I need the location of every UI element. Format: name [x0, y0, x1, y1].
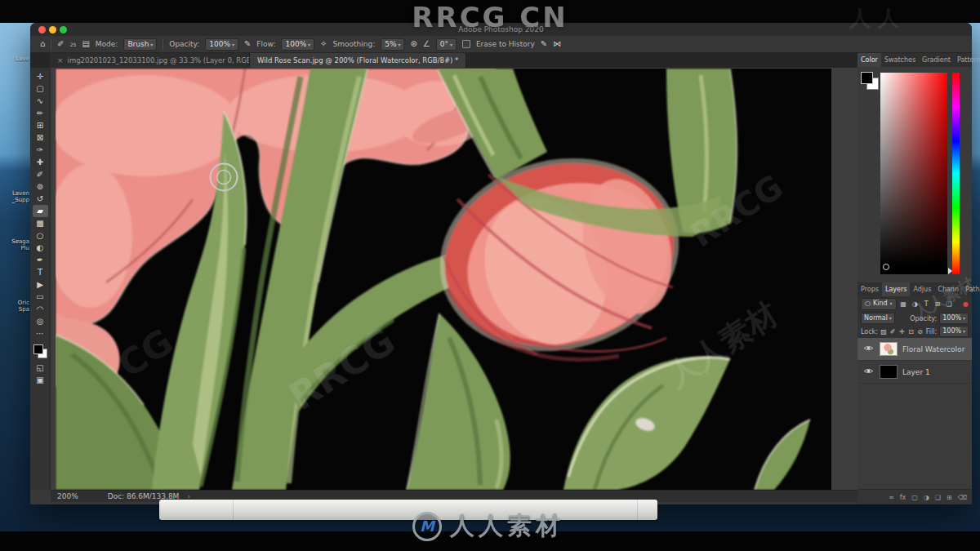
smoothing-gear-icon[interactable]: ⊛ [410, 40, 416, 48]
desktop-icon-label[interactable]: Seaga Plu [0, 238, 29, 251]
filter-pixel-layers-icon[interactable]: ▦ [899, 300, 908, 308]
new-layer-icon[interactable]: ⊞ [947, 494, 952, 501]
lock-pixels-icon[interactable]: ✐ [889, 328, 896, 335]
eyedropper-tool-icon[interactable]: ✑ [33, 144, 48, 156]
panel-dock: Color Swatches Gradient Patterns ≡ Pr [858, 53, 972, 504]
tab-layers[interactable]: Layers [882, 282, 910, 296]
home-icon[interactable]: ⌂ [40, 40, 45, 48]
layer-visibility-eye-icon[interactable] [862, 367, 875, 376]
tab-gradient[interactable]: Gradient [919, 53, 954, 67]
lock-artboard-icon[interactable]: ⊡ [907, 328, 914, 335]
lock-all-icon[interactable]: ⊘ [917, 328, 924, 335]
filter-adjustment-layers-icon[interactable]: ◑ [911, 300, 920, 308]
desktop-icon-label[interactable]: Oric Spa [0, 300, 29, 313]
tab-properties[interactable]: Props [858, 282, 882, 296]
layer-fill-dropdown[interactable]: 100% [939, 326, 969, 337]
hue-slider-arrow[interactable] [948, 268, 952, 274]
crop-tool-icon[interactable]: ⊞ [33, 119, 48, 131]
desktop-icon-label[interactable]: Lave [0, 56, 29, 62]
tab-patterns[interactable]: Patterns [954, 53, 980, 67]
filter-toggle-icon[interactable]: ● [963, 300, 969, 308]
marquee-tool-icon[interactable]: ▢ [33, 82, 48, 95]
shape-tool-icon[interactable]: ▭ [33, 291, 48, 303]
tab-color[interactable]: Color [858, 53, 881, 67]
foreground-background-swatches[interactable] [33, 344, 47, 358]
options-bar: ⌂ ✐ 25 ▤ Mode: Brush Opacity: 100% ✎ Flo… [30, 36, 972, 53]
brush-preset-picker[interactable]: 25 [70, 40, 77, 48]
add-layer-mask-icon[interactable]: ▢ [911, 494, 918, 501]
brand-logo-icon: M [412, 512, 442, 541]
zoom-tool-icon[interactable]: ◎ [33, 315, 48, 327]
layer-name[interactable]: Floral Watercolor [902, 345, 964, 353]
spot-healing-tool-icon[interactable]: ✚ [33, 156, 48, 168]
lasso-tool-icon[interactable]: ∿ [33, 95, 48, 107]
close-tab-icon[interactable]: × [57, 53, 64, 68]
tab-label: img20201023_12033100.jpg @ 33.3% (Layer … [68, 53, 250, 68]
layer-opacity-dropdown[interactable]: 100% [939, 313, 969, 324]
screen-mode-icon[interactable]: ▣ [33, 374, 48, 386]
desktop-icon-label[interactable]: Laven _Supp [0, 190, 29, 203]
history-brush-tool-icon[interactable]: ↺ [33, 193, 48, 205]
filter-shape-layers-icon[interactable]: ⊞ [933, 300, 942, 308]
filter-type-layers-icon[interactable]: T [922, 300, 931, 308]
blur-tool-icon[interactable]: ○ [33, 229, 48, 242]
zoom-level-field[interactable]: 200% [57, 492, 78, 500]
opacity-dropdown[interactable]: 100% [205, 38, 238, 51]
frame-tool-icon[interactable]: ⊠ [33, 131, 48, 144]
layer-row[interactable]: Layer 1 [858, 361, 972, 384]
new-group-icon[interactable]: ❏ [935, 494, 941, 501]
layer-style-fx-icon[interactable]: fx [900, 494, 906, 501]
document-tab-active[interactable]: Wild Rose Scan.jpg @ 200% (Floral Waterc… [250, 53, 466, 68]
edit-toolbar-icon[interactable]: ⋯ [33, 327, 48, 340]
layer-thumbnail[interactable] [880, 365, 898, 379]
tab-swatches[interactable]: Swatches [881, 53, 919, 67]
flow-dropdown[interactable]: 100% [281, 38, 314, 51]
layer-thumbnail[interactable] [880, 342, 898, 356]
brush-angle-field[interactable]: 0° [436, 38, 457, 51]
tab-channels[interactable]: Chann [934, 282, 962, 296]
new-adjustment-layer-icon[interactable]: ◑ [924, 494, 929, 501]
lock-transparency-icon[interactable]: ▨ [880, 328, 887, 335]
tab-adjustments[interactable]: Adjus [910, 282, 934, 296]
canvas-document[interactable]: RRCG 人人素材 RRCG CG [56, 69, 831, 490]
toggle-brush-panel-icon[interactable]: ▤ [82, 40, 89, 48]
erase-to-history-checkbox[interactable] [462, 40, 470, 48]
pen-tool-icon[interactable]: ✒ [33, 254, 48, 266]
layer-row-selected[interactable]: Floral Watercolor [858, 338, 972, 361]
tool-preset-icon[interactable]: ✐ [57, 40, 64, 48]
hue-slider[interactable] [952, 73, 960, 274]
dodge-tool-icon[interactable]: ◐ [33, 242, 48, 254]
layer-visibility-eye-icon[interactable] [862, 344, 875, 353]
smoothing-dropdown[interactable]: 5% [381, 38, 404, 51]
filter-smart-objects-icon[interactable]: ❏ [945, 300, 954, 308]
clone-stamp-tool-icon[interactable]: ⊚ [33, 180, 48, 193]
tab-paths[interactable]: Paths [962, 282, 980, 296]
document-tab-inactive[interactable]: × img20201023_12033100.jpg @ 33.3% (Laye… [50, 53, 250, 68]
type-tool-icon[interactable]: T [33, 266, 48, 278]
lock-position-icon[interactable]: ✛ [898, 328, 905, 335]
blend-mode-dropdown[interactable]: Normal [861, 313, 895, 324]
hand-tool-icon[interactable]: ◠ [33, 303, 48, 315]
mode-dropdown[interactable]: Brush [123, 38, 157, 51]
foreground-color-swatch[interactable] [861, 72, 873, 84]
layer-name[interactable]: Layer 1 [902, 368, 930, 376]
pressure-opacity-icon[interactable]: ✎ [244, 40, 251, 48]
pressure-size-icon[interactable]: ✎ [541, 40, 547, 48]
quick-mask-icon[interactable]: ◱ [33, 362, 48, 374]
saturation-brightness-field[interactable] [880, 73, 947, 274]
link-layers-icon[interactable]: ∞ [889, 494, 894, 501]
move-tool-icon[interactable]: ✛ [33, 70, 48, 82]
brush-tool-icon[interactable]: ✐ [33, 168, 48, 180]
filter-kind-dropdown[interactable]: ○ Kind [861, 298, 897, 310]
opacity-label: Opacity: [910, 315, 937, 322]
symmetry-icon[interactable]: ⋈ [553, 40, 561, 48]
path-selection-tool-icon[interactable]: ▶ [33, 278, 48, 291]
airbrush-icon[interactable]: ✧ [320, 40, 327, 48]
foreground-color-swatch[interactable] [33, 344, 43, 354]
eraser-tool-icon[interactable]: ▰ [33, 205, 48, 217]
delete-layer-icon[interactable]: ⌫ [958, 494, 967, 501]
color-field-cursor[interactable] [883, 264, 889, 270]
color-panel-swatches[interactable] [861, 72, 879, 90]
quick-selection-tool-icon[interactable]: ✏ [33, 107, 48, 119]
gradient-tool-icon[interactable]: ▩ [33, 217, 48, 229]
